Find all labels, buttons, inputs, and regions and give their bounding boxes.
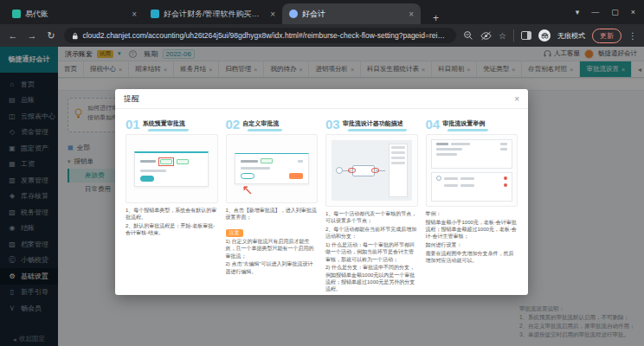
section-desc: 1、每个报销单类型，系统会有默认的审批流程。 [126,207,218,221]
section-desc: 1、点击【新增审批流】，进入到审批流设置界面； [226,207,319,221]
tab-close-icon[interactable]: × [409,10,414,19]
address-bar[interactable]: cloud2.chanjet.com/accounting/uh26t264j5… [64,28,456,43]
browser-tabstrip: 易代账 × 好会计财务/管理软件购买价格页... × 好会计 × + ▾ — ▢… [0,0,644,24]
section-desc: 如何进行设置： [426,241,518,248]
zoom-out-icon[interactable] [463,30,473,41]
section-desc: 2) 点击“去编辑”可以进入到审批流设计器进行编辑。 [226,260,319,275]
chrome-menu-icon[interactable]: ⋮ [628,31,637,41]
tab-close-icon[interactable]: × [132,10,137,19]
browser-tab-title: 易代账 [25,9,127,20]
section-number: 03 [325,118,340,131]
bookmark-star-icon[interactable]: ☆ [499,31,506,41]
side-panel-icon[interactable] [521,31,531,40]
browser-tab-haokuaiji[interactable]: 好会计 × [282,3,421,24]
illustration-designer [325,134,418,207]
lock-icon [72,32,78,40]
red-arrow-icon [241,183,253,195]
section-number: 02 [226,118,241,131]
tab-search-icon[interactable]: ▾ [576,8,580,16]
section-title: 自定义审批流 [242,119,279,131]
illustration-preset-flow [126,134,218,203]
browser-chrome: 易代账 × 好会计财务/管理软件购买价格页... × 好会计 × + ▾ — ▢… [0,0,644,47]
modal-section-custom-flow: 02自定义审批流 1、点击【新增审批流】，进入到审批流设置界面； 注意 1) 自… [226,117,319,287]
tab-favicon [12,10,21,18]
browser-tab-pricing[interactable]: 好会计财务/管理软件购买价格页... × [144,3,282,24]
modal-close-icon[interactable]: × [514,94,519,104]
section-number: 01 [126,118,140,131]
restore-button[interactable]: ▢ [611,8,619,16]
section-desc: 举例： [426,210,518,217]
app-window: 畅捷通好会计 ⌂首页 ▤总账 ◫云报表中心 ◇资金管理 ▣固定资产 ▦工资 ▥发… [0,47,644,346]
illustration-example [426,134,518,207]
new-tab-button[interactable]: + [428,12,444,24]
incognito-label: 无痕模式 [557,31,585,41]
url-text: cloud2.chanjet.com/accounting/uh26t264j5… [82,31,448,40]
browser-tab-title: 好会计 [302,9,404,20]
reload-icon[interactable]: ↻ [45,30,57,42]
section-desc: 2、默认的审批流程是：开始-老板审批-会计审核-结束。 [126,222,218,237]
modal-section-example: 04审批流设置举例 举例： 报销单 [426,117,518,287]
browser-toolbar: ← → ↻ cloud2.chanjet.com/accounting/uh26… [0,24,644,47]
tab-favicon [289,10,298,18]
illustration-custom-flow [226,134,319,203]
highlight-ellipse [371,168,379,173]
section-desc: 报销单金额小于1000元，老板-会计审批流程；报销单金额超过1000元，老板-会… [426,219,518,240]
section-desc: 需要在流程图中先增加分支条件，然后增加对应活动就可以。 [426,250,518,265]
tab-close-icon[interactable]: × [270,10,275,19]
section-title: 系统预置审批流 [143,119,185,131]
forward-icon[interactable]: → [26,30,38,41]
section-desc: 1) 什么是活动：每一个审批的环节都叫做一个活动，例如当前环节是会计主管审核，那… [325,241,418,263]
browser-tab-yidaizhang[interactable]: 易代账 × [5,3,144,24]
window-close-button[interactable]: × [631,8,635,16]
section-title: 审批流设计器功能描述 [343,119,403,131]
section-title: 审批流设置举例 [442,119,485,131]
section-desc: 1、每一个活动都代表一个审核的节点，可以设置多个节点； [325,210,418,225]
minimize-button[interactable]: — [591,8,599,16]
section-desc: 2) 什么是分支：审批流中不同的分支，例如报销单金额1000元以内是一个审批流程… [325,264,418,292]
incognito-icon [538,29,551,42]
modal-body: 01系统预置审批流 1、每个报销单类型，系统会有默认的审批流程。 2、默认的审批… [115,109,528,295]
note-badge: 注意 [226,229,243,237]
reminder-modal: 提醒 × 01系统预置审批流 1、每个报销单类型，系统会有默认的审批流程。 2、… [115,89,528,295]
modal-title: 提醒 [124,93,139,105]
section-number: 04 [426,118,441,131]
back-icon[interactable]: ← [7,30,19,41]
update-browser-button[interactable]: 更新 [592,29,621,43]
tab-favicon [151,10,159,18]
section-desc: 1) 自定义的审批流只有启用后才能生效，且一个单据类型只能有一个启用的审批流； [226,238,319,260]
toolbar-divider [513,29,514,42]
section-desc: 2、每个活动都能在当前环节完成后增加活动和分支： [325,226,418,240]
eye-blocked-icon[interactable] [480,31,492,41]
modal-header: 提醒 × [115,89,528,109]
modal-section-designer: 03审批流设计器功能描述 1、每一个活动都代表一个审核的节点，可以设置多个节点；… [325,117,418,287]
browser-tab-title: 好会计财务/管理软件购买价格页... [164,9,266,20]
modal-section-preset-flow: 01系统预置审批流 1、每个报销单类型，系统会有默认的审批流程。 2、默认的审批… [126,117,218,287]
